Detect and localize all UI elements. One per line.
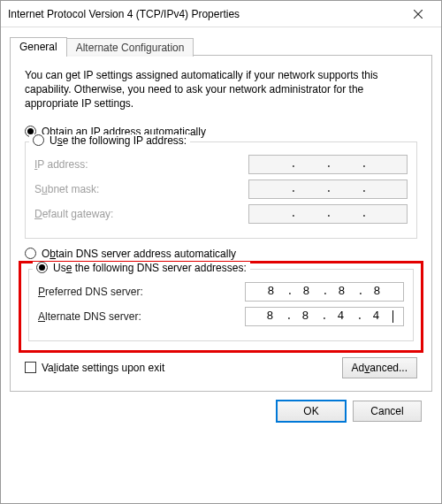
default-gateway-label: Default gateway:: [34, 208, 248, 220]
radio-dns-manual[interactable]: Use the following DNS server addresses:: [33, 262, 250, 274]
default-gateway-input: ...: [248, 204, 408, 224]
ip-address-label: IP address:: [34, 158, 248, 171]
ip-address-input: ...: [248, 155, 408, 174]
cancel-button[interactable]: Cancel: [353, 401, 422, 422]
dns-manual-group: Use the following DNS server addresses: …: [28, 269, 414, 341]
field-subnet-mask: Subnet mask: ...: [34, 179, 408, 199]
tabstrip: General Alternate Configuration: [10, 36, 432, 55]
radio-icon: [33, 134, 44, 146]
validate-label: Validate settings upon exit: [42, 362, 164, 374]
close-icon: [414, 10, 423, 19]
field-default-gateway: Default gateway: ...: [34, 204, 408, 224]
dialog-footer: OK Cancel: [10, 392, 432, 422]
alternate-dns-input[interactable]: 8.8.4.4: [245, 307, 404, 326]
tab-alternate[interactable]: Alternate Configuration: [66, 38, 194, 57]
field-alternate-dns: Alternate DNS server: 8.8.4.4: [38, 307, 404, 326]
dialog-body: General Alternate Configuration You can …: [1, 27, 441, 436]
ip-manual-group: Use the following IP address: IP address…: [25, 141, 417, 239]
radio-dns-auto-label: Obtain DNS server address automatically: [42, 248, 236, 260]
field-preferred-dns: Preferred DNS server: 8.8.8.8: [38, 282, 404, 302]
alternate-dns-label: Alternate DNS server:: [38, 310, 245, 323]
subnet-mask-input: ...: [248, 179, 408, 199]
radio-ip-manual-label: Use the following IP address:: [50, 134, 187, 147]
tab-general[interactable]: General: [10, 37, 67, 56]
ok-button[interactable]: OK: [277, 401, 346, 422]
text-caret: [392, 310, 393, 323]
tab-page-general: You can get IP settings assigned automat…: [10, 55, 432, 392]
window-title: Internet Protocol Version 4 (TCP/IPv4) P…: [8, 8, 399, 20]
field-ip-address: IP address: ...: [34, 155, 408, 174]
titlebar: Internet Protocol Version 4 (TCP/IPv4) P…: [1, 1, 441, 27]
radio-icon: [25, 248, 36, 259]
preferred-dns-input[interactable]: 8.8.8.8: [245, 282, 404, 302]
validate-checkbox[interactable]: Validate settings upon exit: [25, 362, 164, 374]
radio-dns-auto[interactable]: Obtain DNS server address automatically: [25, 248, 417, 260]
dns-highlight: Use the following DNS server addresses: …: [21, 263, 421, 350]
options-row: Validate settings upon exit Advanced...: [25, 357, 417, 378]
radio-ip-manual[interactable]: Use the following IP address:: [29, 134, 190, 147]
checkbox-icon: [25, 362, 36, 373]
intro-text: You can get IP settings assigned automat…: [25, 68, 417, 111]
subnet-mask-label: Subnet mask:: [34, 183, 248, 195]
close-button[interactable]: [399, 2, 438, 27]
radio-icon: [36, 262, 48, 273]
preferred-dns-label: Preferred DNS server:: [38, 286, 245, 298]
advanced-button[interactable]: Advanced...: [342, 357, 417, 378]
radio-dns-manual-label: Use the following DNS server addresses:: [53, 262, 247, 274]
